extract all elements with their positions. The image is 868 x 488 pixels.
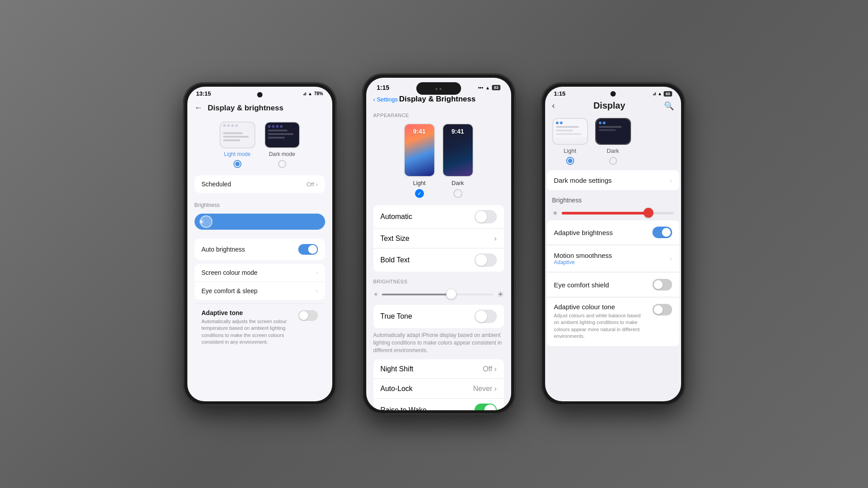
- samsung-light-radio[interactable]: [566, 157, 574, 165]
- ios-wifi-icon: ▲: [486, 85, 490, 90]
- ios-true-tone-group: True Tone: [373, 305, 504, 328]
- samsung-brightness-section: Brightness: [545, 193, 681, 206]
- android-page-title: Display & brightness: [208, 104, 284, 113]
- android-eye-comfort-row[interactable]: Eye comfort & sleep ›: [195, 282, 325, 300]
- ios-time: 1:15: [377, 84, 390, 91]
- android-brightness-thumb[interactable]: [200, 215, 212, 228]
- samsung-dark-label: Dark: [607, 147, 619, 154]
- android-scheduled-section: Scheduled Off ›: [195, 175, 325, 193]
- ios-night-shift-label: Night Shift: [381, 365, 414, 373]
- ios-true-tone-toggle[interactable]: [474, 310, 497, 323]
- ios-auto-lock-row[interactable]: Auto-Lock Never ›: [373, 379, 504, 399]
- samsung-dark-mode-settings-row[interactable]: Dark mode settings ›: [547, 170, 679, 191]
- ios-night-shift-row[interactable]: Night Shift Off ›: [373, 359, 504, 379]
- ios-automatic-thumb: [475, 211, 487, 223]
- samsung-brightness-fill: [562, 212, 646, 215]
- android-brightness-label: Brightness: [195, 200, 325, 212]
- android-light-mode-option[interactable]: Light mode: [220, 122, 255, 168]
- light-preview-lines: [220, 129, 254, 145]
- samsung-camera: [610, 91, 616, 97]
- ios-bold-text-toggle[interactable]: [474, 253, 497, 267]
- ios-light-checkmark[interactable]: ✓: [415, 189, 424, 198]
- sd-line1: [599, 126, 622, 128]
- android-eye-comfort-chevron: ›: [316, 288, 318, 294]
- ios-bold-text-row[interactable]: Bold Text: [373, 248, 504, 272]
- android-dark-radio[interactable]: [278, 160, 286, 168]
- samsung-eye-comfort-toggle[interactable]: [652, 279, 672, 290]
- android-scheduled-label: Scheduled: [202, 181, 231, 188]
- samsung-signal-icon: ⊿: [652, 91, 656, 96]
- samsung-adaptive-brightness-row[interactable]: Adaptive brightness: [547, 220, 679, 245]
- ios-dark-checkmark[interactable]: [453, 189, 462, 198]
- ios-dark-option[interactable]: 9:41 Dark: [442, 123, 474, 198]
- sl-dot2: [560, 122, 563, 124]
- ios-bold-thumb: [475, 254, 487, 266]
- samsung-nav-header: ‹ Display 🔍: [545, 99, 681, 114]
- samsung-adaptive-colour-toggle[interactable]: [652, 304, 672, 316]
- line3: [223, 139, 240, 141]
- android-brightness-slider[interactable]: ☀: [195, 214, 325, 230]
- android-dark-mode-option[interactable]: Dark mode: [264, 122, 300, 168]
- samsung-adaptive-brightness-toggle[interactable]: [652, 227, 672, 238]
- ios-raise-wake-toggle[interactable]: [474, 404, 497, 410]
- samsung-sun-icon: ☀: [552, 210, 558, 217]
- samsung-search-button[interactable]: 🔍: [664, 101, 674, 111]
- android-dark-label: Dark mode: [269, 151, 295, 157]
- sd-dot1: [599, 122, 601, 124]
- android-wifi-icon: ▲: [308, 91, 313, 96]
- ios-true-tone-thumb: [475, 311, 487, 322]
- samsung-brightness-track[interactable]: [562, 212, 674, 215]
- android-screen-colour-chevron: ›: [316, 269, 318, 276]
- samsung-dark-inner: [596, 119, 630, 144]
- ios-true-tone-row[interactable]: True Tone: [373, 305, 504, 328]
- android-adaptive-toggle[interactable]: [298, 310, 318, 321]
- samsung-dark-radio[interactable]: [609, 157, 617, 165]
- ddot3: [276, 125, 279, 128]
- samsung-dark-option[interactable]: Dark: [595, 118, 631, 165]
- android-theme-section: Light mode: [187, 116, 332, 351]
- android-scheduled-row[interactable]: Scheduled Off ›: [195, 175, 325, 193]
- ios-brightness-row: ☀ ☀: [373, 286, 504, 303]
- android-auto-brightness-toggle[interactable]: [298, 244, 318, 255]
- line2: [223, 136, 249, 138]
- ios-more-settings: Night Shift Off › Auto-Lock Never › Rais…: [373, 359, 504, 410]
- samsung-motion-smoothness-row[interactable]: Motion smoothness Adaptive ›: [547, 245, 679, 272]
- android-nav-header: ← Display & brightness: [187, 99, 332, 116]
- dline1: [268, 130, 288, 131]
- android-auto-brightness-label: Auto brightness: [202, 246, 245, 253]
- ios-dark-label: Dark: [452, 180, 464, 186]
- android-screen-colour-row[interactable]: Screen colour mode ›: [195, 264, 325, 282]
- sl-dot1: [556, 122, 559, 124]
- phone-android-screen: 13:15 ⊿ ▲ 78% ← Display & brightness: [187, 87, 332, 401]
- samsung-light-option[interactable]: Light: [552, 118, 588, 165]
- ios-text-size-row[interactable]: Text Size ›: [373, 229, 504, 248]
- samsung-light-dots: [556, 122, 584, 124]
- ios-appearance-settings: Automatic Text Size › Bold Text: [373, 205, 504, 272]
- ios-brightness-track[interactable]: [382, 294, 493, 295]
- android-back-button[interactable]: ←: [195, 103, 203, 113]
- samsung-back-button[interactable]: ‹: [552, 101, 555, 110]
- ios-light-preview: 9:41: [404, 123, 435, 177]
- dot1: [223, 124, 226, 127]
- samsung-eye-comfort-row[interactable]: Eye comfort shield: [547, 272, 679, 297]
- ios-text-size-label: Text Size: [381, 235, 410, 243]
- ios-light-option[interactable]: 9:41 Light ✓: [404, 123, 435, 198]
- ios-automatic-row[interactable]: Automatic: [373, 205, 504, 229]
- samsung-motion-label: Motion smoothness: [554, 252, 612, 259]
- ios-automatic-toggle[interactable]: [474, 210, 497, 223]
- sl-line2: [556, 130, 573, 131]
- samsung-eye-comfort-thumb: [654, 280, 663, 289]
- samsung-adaptive-colour-row[interactable]: Adaptive colour tone Adjust colours and …: [547, 297, 679, 347]
- ios-back-button[interactable]: ‹ Settings: [373, 96, 398, 103]
- android-auto-brightness-section: Auto brightness: [195, 239, 325, 260]
- phone-samsung-screen: 1:15 ⊿ ▲ 60 ‹ Display 🔍: [545, 87, 681, 401]
- android-brightness-section: Brightness ☀: [195, 197, 325, 235]
- samsung-adaptive-colour-thumb: [654, 305, 663, 314]
- ios-raise-wake-row[interactable]: Raise to Wake: [373, 399, 504, 410]
- dot4: [235, 124, 238, 127]
- android-light-radio[interactable]: [233, 160, 241, 168]
- ios-brightness-thumb[interactable]: [446, 289, 456, 299]
- samsung-page-title: Display: [593, 101, 625, 111]
- samsung-brightness-thumb[interactable]: [644, 208, 653, 218]
- phone-android: 13:15 ⊿ ▲ 78% ← Display & brightness: [184, 83, 336, 405]
